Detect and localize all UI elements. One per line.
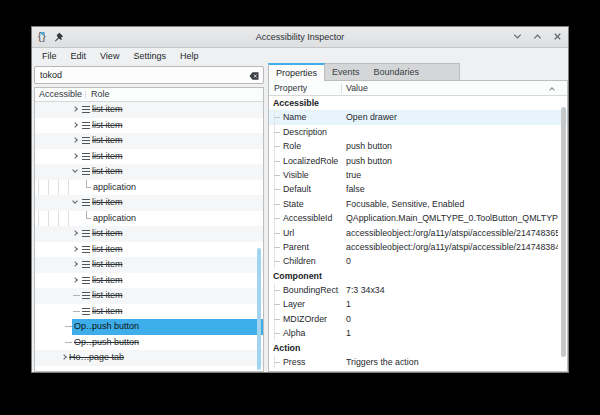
tree-row[interactable]: list item (35, 273, 263, 289)
tree-row[interactable]: list item (35, 149, 263, 165)
menu-settings[interactable]: Settings (126, 48, 173, 64)
property-row[interactable]: MDIZOrder0 (269, 312, 567, 326)
list-item-icon (82, 122, 90, 129)
expander-collapsed-icon[interactable] (72, 137, 78, 143)
property-row[interactable]: BoundingRect7:3 34x34 (269, 283, 567, 297)
accessible-tree-panel: Accessible Role list itemlist itemlist i… (34, 87, 264, 372)
menu-bar: FileEditViewSettingsHelp (32, 48, 568, 64)
clear-search-icon[interactable] (248, 70, 260, 82)
property-rows: AccessibleNameOpen drawerDescriptionRole… (269, 96, 567, 371)
property-row[interactable]: StateFocusable, Sensitive, Enabled (269, 197, 567, 211)
tree-row[interactable]: list item (35, 102, 263, 118)
property-row[interactable]: Rolepush button (269, 139, 567, 153)
sort-ascending-icon[interactable] (549, 87, 555, 93)
tree-row[interactable]: list item (35, 304, 263, 320)
column-value[interactable]: Value (346, 83, 368, 93)
tree-rows: list itemlist itemlist itemlist itemlist… (35, 102, 263, 371)
search-input[interactable] (35, 67, 243, 83)
expander-collapsed-icon[interactable] (72, 122, 78, 128)
menu-edit[interactable]: Edit (64, 48, 94, 64)
branch-line (274, 333, 280, 334)
tree-row[interactable]: list item (35, 133, 263, 149)
property-row[interactable]: AccessibleIdQApplication.Main_QMLTYPE_0.… (269, 211, 567, 225)
property-row[interactable]: Parentaccessibleobject:/org/a11y/atspi/a… (269, 240, 567, 254)
tab-boundaries[interactable]: Boundaries (367, 64, 427, 81)
group-label: Accessible (273, 96, 319, 110)
property-row[interactable]: PressTriggers the action (269, 355, 567, 369)
properties-table-header[interactable]: Property Value (269, 81, 567, 96)
tree-row[interactable]: Op…push button (35, 319, 263, 335)
property-label: Url (283, 226, 294, 240)
expander-collapsed-icon[interactable] (72, 246, 78, 252)
minimize-button[interactable] (512, 31, 523, 42)
property-value: 1 (346, 297, 558, 311)
title-bar[interactable]: {} Accessibility Inspector (32, 27, 568, 48)
branch-line (73, 295, 80, 296)
tree-scrollbar[interactable] (257, 248, 261, 370)
property-row[interactable]: LocalizedRolepush button (269, 154, 567, 168)
property-label: Alpha (283, 326, 306, 340)
property-row[interactable]: Defaultfalse (269, 182, 567, 196)
property-row[interactable]: Layer1 (269, 297, 567, 311)
column-accessible[interactable]: Accessible (39, 89, 82, 99)
column-role[interactable]: Role (91, 89, 110, 99)
expander-collapsed-icon[interactable] (72, 261, 78, 267)
tree-indent-guide (38, 180, 39, 196)
expander-collapsed-icon[interactable] (72, 230, 78, 236)
expander-collapsed-icon[interactable] (72, 106, 78, 112)
property-label: Name (283, 110, 306, 124)
property-row[interactable]: Visibletrue (269, 168, 567, 182)
tree-row[interactable]: list item (35, 242, 263, 258)
menu-view[interactable]: View (93, 48, 126, 64)
tab-properties[interactable]: Properties (268, 63, 325, 81)
property-row[interactable]: Alpha1 (269, 326, 567, 340)
property-value: true (346, 168, 558, 182)
role-cell: list item (92, 242, 123, 258)
expander-expanded-icon[interactable] (72, 198, 78, 204)
property-label: Role (283, 139, 301, 153)
expander-collapsed-icon[interactable] (72, 153, 78, 159)
expander-collapsed-icon[interactable] (61, 354, 67, 360)
role-cell: list item (92, 288, 123, 304)
property-row[interactable]: NameOpen drawer (269, 110, 567, 124)
property-row[interactable]: Description (269, 125, 567, 139)
expander-expanded-icon[interactable] (72, 167, 78, 173)
property-group-row: Component (269, 269, 567, 283)
list-item-icon (82, 230, 90, 237)
menu-file[interactable]: File (35, 48, 64, 64)
search-box (34, 66, 264, 84)
branch-line (274, 319, 280, 320)
property-label: State (283, 197, 304, 211)
tree-row[interactable]: Op…push button (35, 335, 263, 351)
tree-row[interactable]: list item (35, 164, 263, 180)
tab-events[interactable]: Events (325, 64, 367, 81)
close-button[interactable] (552, 31, 563, 42)
tree-row[interactable]: list item (35, 226, 263, 242)
tree-row[interactable]: list item (35, 195, 263, 211)
column-property[interactable]: Property (274, 83, 307, 93)
branch-line (274, 261, 280, 262)
menu-help[interactable]: Help (173, 48, 206, 64)
tree-row[interactable]: application (35, 211, 263, 227)
property-row[interactable]: Children0 (269, 254, 567, 268)
property-label: Default (283, 182, 311, 196)
tree-row[interactable]: Ho…page tab (35, 350, 263, 366)
properties-scrollbar[interactable] (561, 107, 566, 357)
column-divider[interactable] (341, 84, 342, 93)
tree-row[interactable]: list item (35, 288, 263, 304)
group-label: Component (273, 269, 322, 283)
tree-header[interactable]: Accessible Role (35, 88, 263, 102)
role-cell: list item (92, 273, 123, 289)
expander-collapsed-icon[interactable] (72, 277, 78, 283)
role-cell: list item (92, 102, 123, 118)
tree-row[interactable]: list item (35, 118, 263, 134)
maximize-button[interactable] (532, 31, 543, 42)
role-cell: application (93, 180, 136, 196)
window-title: Accessibility Inspector (32, 27, 568, 48)
property-row[interactable]: Urlaccessibleobject:/org/a11y/atspi/acce… (269, 226, 567, 240)
tree-indent-guide (58, 211, 59, 227)
property-value: 7:3 34x34 (346, 283, 558, 297)
column-divider[interactable] (85, 91, 86, 99)
tree-row[interactable]: application (35, 180, 263, 196)
tree-row[interactable]: list item (35, 257, 263, 273)
